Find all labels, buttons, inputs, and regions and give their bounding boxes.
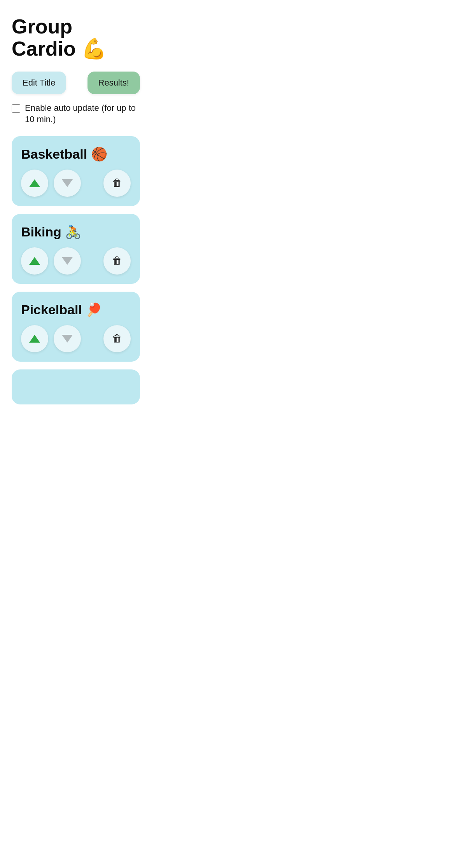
- card-actions-pickleball: 🗑: [21, 325, 131, 352]
- up-arrow-icon-pickleball: [29, 335, 40, 343]
- card-left-actions-biking: [21, 247, 81, 275]
- down-arrow-icon-pickleball: [62, 335, 73, 343]
- activity-card-pickleball: Pickelball 🏓 🗑: [12, 292, 140, 362]
- activity-card-partial: [12, 369, 140, 404]
- down-button-pickleball[interactable]: [54, 325, 81, 352]
- trash-icon: 🗑: [112, 177, 122, 189]
- up-arrow-icon-biking: [29, 257, 40, 265]
- activity-card-biking: Biking 🚴 🗑: [12, 214, 140, 284]
- card-actions-biking: 🗑: [21, 247, 131, 275]
- auto-update-label: Enable auto update (for up to 10 min.): [25, 103, 140, 125]
- card-left-actions-pickleball: [21, 325, 81, 352]
- activity-name-biking: Biking 🚴: [21, 224, 131, 240]
- activity-name-pickleball: Pickelball 🏓: [21, 302, 131, 317]
- card-left-actions-basketball: [21, 170, 81, 197]
- auto-update-checkbox[interactable]: [12, 104, 20, 113]
- down-arrow-icon: [62, 179, 73, 187]
- trash-icon-biking: 🗑: [112, 255, 122, 267]
- trash-icon-pickleball: 🗑: [112, 332, 122, 345]
- edit-title-button[interactable]: Edit Title: [12, 72, 66, 94]
- results-button[interactable]: Results!: [88, 72, 140, 94]
- auto-update-row: Enable auto update (for up to 10 min.): [12, 103, 140, 125]
- activity-name-basketball: Basketball 🏀: [21, 146, 131, 162]
- down-arrow-icon-biking: [62, 257, 73, 265]
- up-button-pickleball[interactable]: [21, 325, 48, 352]
- page-container: Group Cardio 💪 Edit Title Results! Enabl…: [0, 0, 152, 416]
- card-actions-basketball: 🗑: [21, 170, 131, 197]
- up-arrow-icon: [29, 179, 40, 187]
- up-button-basketball[interactable]: [21, 170, 48, 197]
- delete-button-biking[interactable]: 🗑: [103, 247, 131, 275]
- delete-button-basketball[interactable]: 🗑: [103, 170, 131, 197]
- activity-card-basketball: Basketball 🏀 🗑: [12, 136, 140, 206]
- page-title: Group Cardio 💪: [12, 16, 140, 60]
- down-button-basketball[interactable]: [54, 170, 81, 197]
- delete-button-pickleball[interactable]: 🗑: [103, 325, 131, 352]
- down-button-biking[interactable]: [54, 247, 81, 275]
- action-row: Edit Title Results!: [12, 72, 140, 94]
- up-button-biking[interactable]: [21, 247, 48, 275]
